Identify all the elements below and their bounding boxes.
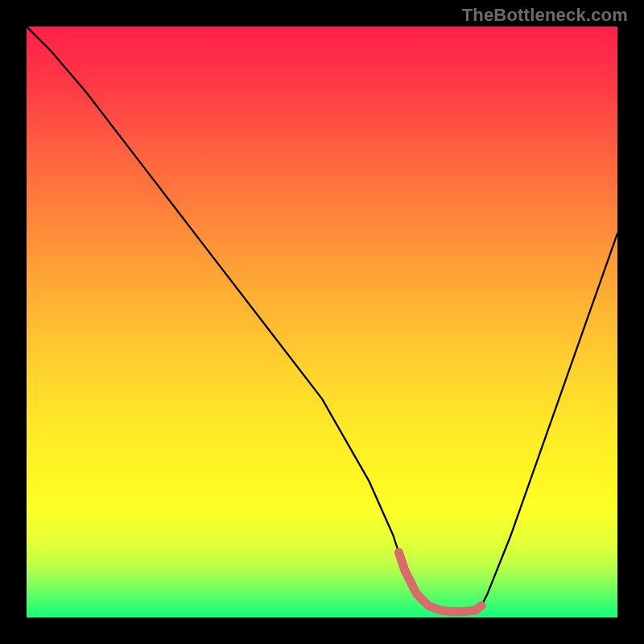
plot-area (27, 27, 617, 617)
chart-frame: TheBottleneck.com (0, 0, 644, 644)
bottleneck-curve (27, 27, 617, 612)
curve-layer (27, 27, 617, 617)
bottleneck-band (398, 552, 481, 611)
watermark-text: TheBottleneck.com (462, 5, 628, 26)
